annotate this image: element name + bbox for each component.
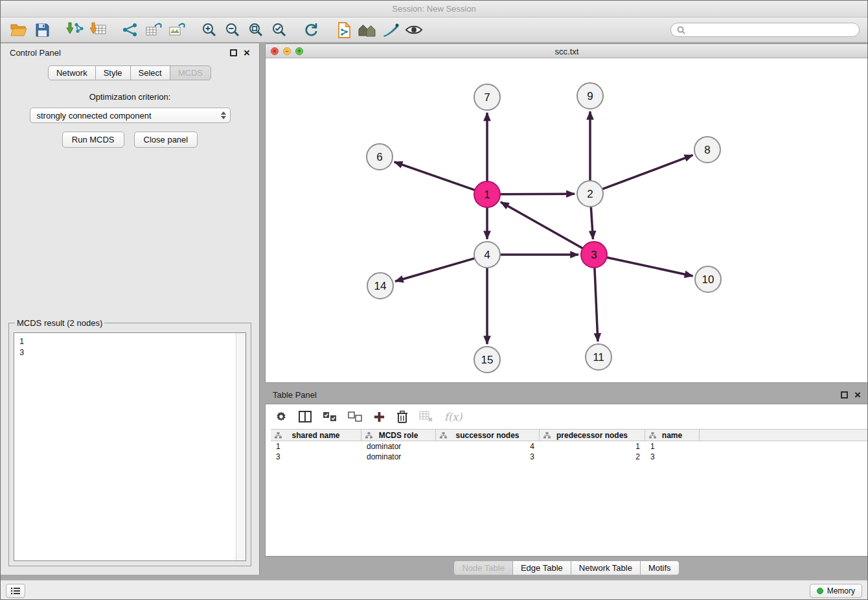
table-row[interactable]: 1dominator411 — [271, 441, 868, 452]
first-neighbors-button[interactable] — [332, 19, 356, 40]
minimize-window-icon[interactable]: − — [283, 47, 291, 55]
column-header-successor-nodes[interactable]: successor nodes — [436, 430, 540, 441]
column-header-MCDS-role[interactable]: MCDS role — [361, 430, 436, 441]
mcds-result-group: MCDS result (2 nodes) 13 — [8, 318, 251, 566]
refresh-view-button[interactable] — [300, 19, 323, 40]
houses-icon — [358, 23, 377, 37]
edge-3-10[interactable] — [607, 257, 693, 276]
table-column-headers: shared nameMCDS rolesuccessor nodesprede… — [271, 429, 868, 441]
open-session-button[interactable] — [7, 19, 30, 40]
node-7[interactable]: 7 — [474, 84, 500, 110]
table-tab-edge-table[interactable]: Edge Table — [512, 560, 571, 575]
run-mcds-button[interactable]: Run MCDS — [62, 132, 124, 148]
table-cell: 3 — [436, 452, 540, 461]
control-tab-style[interactable]: Style — [95, 65, 131, 80]
task-history-button[interactable] — [6, 584, 25, 598]
apply-style-button[interactable] — [379, 19, 402, 40]
node-6[interactable]: 6 — [367, 144, 393, 170]
column-header-predecessor-nodes[interactable]: predecessor nodes — [540, 430, 645, 441]
svg-text:1: 1 — [484, 189, 490, 201]
node-1[interactable]: 1 — [474, 181, 500, 207]
open-folder-icon — [10, 23, 27, 37]
column-header-name[interactable]: name — [645, 430, 700, 441]
zoom-selected-button[interactable] — [268, 19, 291, 40]
node-8[interactable]: 8 — [694, 137, 720, 163]
maximize-window-icon[interactable]: + — [295, 47, 303, 55]
home-layout-button[interactable] — [356, 19, 379, 40]
trash-icon — [396, 410, 408, 423]
checked-boxes-icon — [323, 411, 337, 422]
export-image-button[interactable] — [165, 19, 188, 40]
edge-3-11[interactable] — [595, 268, 598, 341]
import-network-button[interactable] — [63, 19, 86, 40]
network-window-titlebar[interactable]: × − + scc.txt — [266, 44, 868, 58]
column-header-filler — [700, 430, 868, 441]
float-panel-icon[interactable] — [230, 49, 237, 56]
search-input[interactable] — [689, 25, 853, 35]
node-3[interactable]: 3 — [581, 242, 607, 268]
control-tab-select[interactable]: Select — [130, 65, 170, 80]
result-scrollbar[interactable] — [236, 333, 246, 560]
node-10[interactable]: 10 — [695, 266, 721, 292]
edge-2-8[interactable] — [602, 155, 693, 189]
delete-table-icon — [419, 411, 433, 422]
delete-table-button[interactable] — [419, 411, 433, 422]
unselect-all-columns-button[interactable] — [348, 411, 362, 422]
node-9[interactable]: 9 — [577, 83, 603, 109]
close-window-icon[interactable]: × — [271, 47, 279, 55]
memory-button[interactable]: Memory — [810, 584, 862, 598]
search-box[interactable] — [670, 23, 860, 37]
mcds-result-item[interactable]: 3 — [19, 347, 231, 358]
node-14[interactable]: 14 — [367, 273, 393, 299]
network-window-title: scc.txt — [266, 44, 868, 58]
edge-3-1[interactable] — [501, 202, 583, 248]
select-all-columns-button[interactable] — [323, 411, 337, 422]
table-row[interactable]: 3dominator323 — [271, 452, 868, 462]
table-settings-button[interactable] — [275, 410, 288, 423]
table-cell: 3 — [271, 452, 361, 461]
control-tab-mcds[interactable]: MCDS — [170, 65, 211, 80]
import-table-button[interactable] — [86, 19, 109, 40]
delete-row-button[interactable] — [396, 410, 408, 423]
edge-2-3[interactable] — [591, 207, 593, 239]
edge-1-6[interactable] — [394, 162, 475, 190]
show-graphics-button[interactable] — [402, 19, 426, 40]
close-table-panel-icon[interactable]: × — [854, 391, 861, 398]
table-panel-header: Table Panel × — [265, 387, 868, 402]
function-builder-button[interactable]: f(x) — [444, 411, 462, 423]
edge-4-14[interactable] — [395, 259, 475, 282]
table-tab-network-table[interactable]: Network Table — [571, 560, 641, 575]
show-columns-button[interactable] — [299, 411, 312, 422]
save-session-button[interactable] — [30, 19, 54, 40]
control-tab-network[interactable]: Network — [48, 65, 96, 80]
columns-icon — [299, 411, 312, 422]
mcds-result-list[interactable]: 13 — [14, 332, 246, 561]
zoom-in-button[interactable] — [198, 19, 221, 40]
column-header-shared-name[interactable]: shared name — [271, 430, 361, 441]
import-network-icon — [66, 22, 84, 38]
float-table-panel-icon[interactable] — [841, 391, 848, 398]
export-table-button[interactable] — [142, 19, 165, 40]
edge-1-2[interactable] — [500, 194, 575, 194]
status-bar: Memory — [1, 580, 867, 600]
table-tab-motifs[interactable]: Motifs — [640, 560, 680, 575]
criterion-select[interactable]: strongly connected component — [30, 108, 231, 123]
zoom-fit-button[interactable] — [244, 19, 268, 40]
window-title: Session: New Session — [392, 4, 475, 14]
mcds-result-item[interactable]: 1 — [19, 336, 231, 347]
table-tab-node-table[interactable]: Node Table — [453, 560, 513, 575]
svg-text:7: 7 — [484, 91, 490, 104]
add-row-button[interactable] — [373, 411, 385, 423]
svg-text:8: 8 — [704, 144, 710, 156]
close-panel-button[interactable]: Close panel — [134, 132, 198, 148]
close-panel-icon[interactable]: × — [244, 49, 250, 56]
network-overview-button[interactable] — [119, 19, 142, 40]
brush-icon — [382, 23, 399, 37]
zoom-out-icon — [225, 22, 240, 38]
node-15[interactable]: 15 — [474, 347, 500, 373]
zoom-out-button[interactable] — [221, 19, 244, 40]
node-2[interactable]: 2 — [577, 181, 603, 207]
node-11[interactable]: 11 — [586, 344, 611, 370]
node-4[interactable]: 4 — [474, 242, 500, 268]
network-canvas[interactable]: 7968124314101511 — [266, 58, 868, 383]
